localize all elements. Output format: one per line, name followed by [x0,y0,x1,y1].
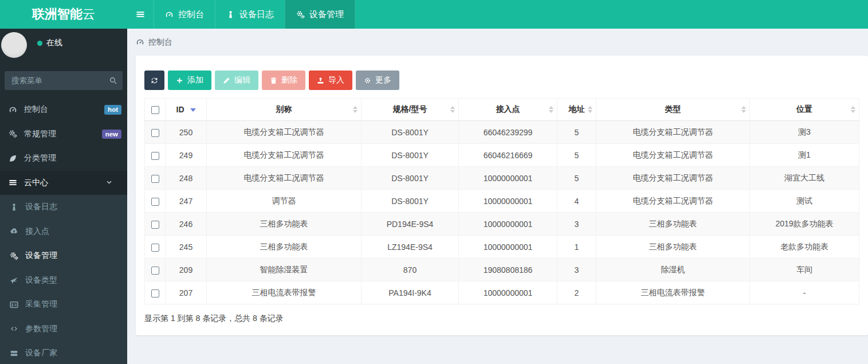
gear-icon [364,77,371,84]
sidebar-item-cloud-center[interactable]: 云中心 [0,171,127,195]
brand-logo[interactable]: 联洲智能云 [0,0,127,29]
topnav-item-device-management[interactable]: 设备管理 [285,0,355,29]
row-checkbox[interactable] [151,221,159,229]
sidebar-item-dashboard[interactable]: 控制台hot [0,97,127,122]
avatar [1,32,27,58]
cell-location: - [750,281,859,304]
sidebar-item-collection-management[interactable]: 采集管理 [0,292,127,317]
column-header-type[interactable]: 类型 [596,99,750,121]
cell-id: 209 [166,259,207,281]
row-checkbox[interactable] [151,152,159,160]
column-header-label: 别称 [276,104,292,113]
sort-icon [353,106,358,113]
table-row[interactable]: 207三相电流表带报警PA194I-9K4100000000012三相电流表带报… [145,281,859,304]
sidebar-item-device-vendor[interactable]: 设备厂家 [0,341,127,364]
sidebar: 在线 控制台hot常规管理new分类管理云中心设备日志接入点设备管理设备类型采集… [0,29,127,364]
table-row[interactable]: 250电缆分支箱工况调节器DS-8001Y660462392995电缆分支箱工况… [145,121,859,144]
cell-type: 电缆分支箱工况调节器 [596,190,750,213]
person-icon [8,203,20,212]
sidebar-item-device-management[interactable]: 设备管理 [0,244,127,268]
sidebar-item-label: 设备厂家 [25,348,57,358]
cell-id: 248 [166,167,207,190]
add-button[interactable]: 添加 [168,71,211,90]
cell-location: 车间 [750,259,859,281]
sidebar-toggle-button[interactable] [127,0,154,29]
search-input[interactable] [5,71,123,90]
cell-alias: 三相多功能表 [207,213,362,236]
chevron-down-icon [103,179,115,186]
sidebar-item-parameter-management[interactable]: 参数管理 [0,317,127,342]
sidebar-item-label: 设备管理 [25,251,57,261]
cell-type: 除湿机 [596,259,750,281]
sort-desc-icon [190,108,196,112]
cogs-icon [296,10,305,19]
more-button[interactable]: 更多 [356,71,399,90]
sidebar-item-category-management[interactable]: 分类管理 [0,146,127,171]
cell-access-point: 10000000001 [459,190,557,213]
sort-icon [851,106,855,113]
cell-id: 246 [166,213,207,236]
table-row[interactable]: 209智能除湿装置870190808081863除湿机车间 [145,259,859,281]
cell-location: 测试 [750,190,859,213]
table-row[interactable]: 245三相多功能表LZ194E-9S4100000000011三相多功能表老款多… [145,236,859,259]
column-header-alias[interactable]: 别称 [207,99,362,121]
table-row[interactable]: 249电缆分支箱工况调节器DS-8001Y660462166695电缆分支箱工况… [145,144,859,167]
column-header-address[interactable]: 地址 [557,99,596,121]
column-header-label: 类型 [665,104,681,113]
sidebar-item-label: 参数管理 [25,324,57,334]
row-checkbox[interactable] [151,198,159,206]
topnav-item-device-log[interactable]: 设备日志 [215,0,285,29]
column-header-select[interactable] [145,99,166,121]
row-checkbox[interactable] [151,175,159,183]
table-row[interactable]: 248电缆分支箱工况调节器DS-8001Y100000000015电缆分支箱工况… [145,167,859,190]
topnav-item-dashboard[interactable]: 控制台 [154,0,215,29]
cell-access-point: 10000000001 [459,236,557,259]
sidebar-item-device-type[interactable]: 设备类型 [0,268,127,293]
cell-model: 870 [362,259,459,281]
column-header-model[interactable]: 规格/型号 [362,99,459,121]
cell-select [145,167,166,190]
sidebar-item-device-log[interactable]: 设备日志 [0,195,127,220]
column-header-label: 地址 [569,104,585,113]
breadcrumb: 控制台 [127,29,868,56]
cell-address: 5 [557,121,596,144]
table-row[interactable]: 246三相多功能表PD194E-9S4100000000013三相多功能表201… [145,213,859,236]
edit-button[interactable]: 编辑 [215,71,258,90]
import-button-label: 导入 [328,75,344,85]
delete-button[interactable]: 删除 [262,71,305,90]
refresh-button[interactable] [144,71,164,90]
cell-location: 测3 [750,121,859,144]
cell-access-point: 66046216669 [459,144,557,167]
breadcrumb-label[interactable]: 控制台 [148,37,172,48]
select-all-checkbox[interactable] [151,106,159,114]
row-checkbox[interactable] [151,267,159,275]
sidebar-item-label: 云中心 [24,178,48,188]
row-checkbox[interactable] [151,289,159,298]
sidebar-item-general-management[interactable]: 常规管理new [0,122,127,147]
row-checkbox[interactable] [151,129,159,137]
cell-id: 207 [166,281,207,304]
column-header-location[interactable]: 位置 [750,99,859,121]
sidebar-item-label: 设备日志 [25,202,57,212]
cell-alias: 电缆分支箱工况调节器 [207,144,362,167]
bars-icon [7,178,19,187]
sort-icon [450,106,455,113]
cell-alias: 电缆分支箱工况调节器 [207,167,362,190]
table-row[interactable]: 247调节器DS-8001Y100000000014电缆分支箱工况调节器测试 [145,190,859,213]
cell-address: 5 [557,144,596,167]
online-status-dot [37,41,42,46]
cell-id: 247 [166,190,207,213]
cell-alias: 智能除湿装置 [207,259,362,281]
row-checkbox[interactable] [151,244,159,252]
sidebar-item-access-point[interactable]: 接入点 [0,220,127,244]
cell-location: 湖宜大工线 [750,167,859,190]
sidebar-menu: 控制台hot常规管理new分类管理云中心设备日志接入点设备管理设备类型采集管理参… [0,97,127,364]
delete-button-label: 删除 [281,75,297,85]
cell-alias: 电缆分支箱工况调节器 [207,121,362,144]
cell-address: 2 [557,281,596,304]
column-header-access-point[interactable]: 接入点 [459,99,557,121]
cell-alias: 调节器 [207,190,362,213]
import-button[interactable]: 导入 [309,71,352,90]
column-header-id[interactable]: ID [166,99,207,121]
cell-alias: 三相多功能表 [207,236,362,259]
